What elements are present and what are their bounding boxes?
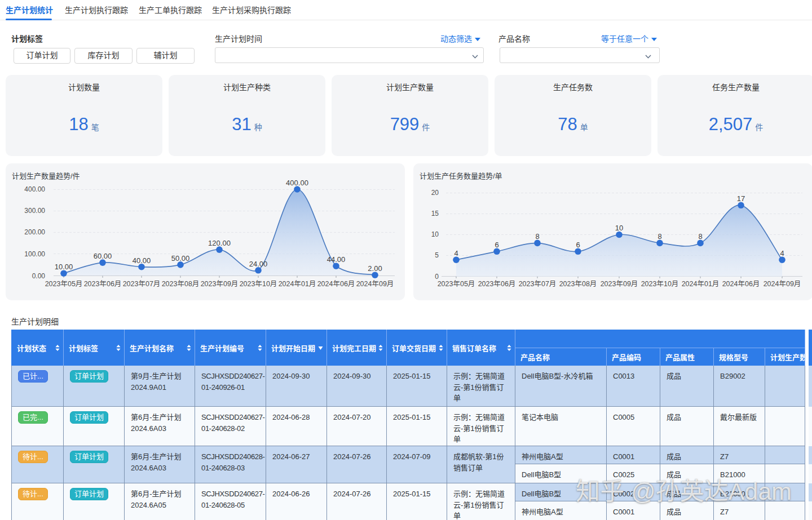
svg-text:200.00: 200.00	[24, 228, 45, 236]
svg-text:60.00: 60.00	[94, 252, 112, 260]
svg-text:2023年08月: 2023年08月	[162, 280, 200, 288]
svg-text:300.00: 300.00	[24, 207, 45, 215]
svg-text:17: 17	[737, 194, 745, 203]
svg-text:10: 10	[431, 230, 439, 238]
svg-text:2023年08月: 2023年08月	[559, 280, 597, 288]
svg-text:2023年06月: 2023年06月	[84, 280, 122, 288]
svg-text:2023年05月: 2023年05月	[438, 280, 475, 288]
svg-text:2024年06月: 2024年06月	[722, 280, 760, 288]
svg-text:20: 20	[431, 189, 439, 197]
svg-text:400.00: 400.00	[24, 185, 45, 193]
svg-text:2024年09月: 2024年09月	[356, 280, 394, 288]
svg-text:2023年07月: 2023年07月	[123, 280, 161, 288]
svg-text:8: 8	[535, 232, 539, 241]
svg-text:24.00: 24.00	[249, 260, 268, 268]
svg-text:2023年06月: 2023年06月	[478, 280, 516, 288]
svg-text:400.00: 400.00	[286, 179, 308, 187]
svg-text:2023年09月: 2023年09月	[601, 280, 638, 288]
svg-text:50.00: 50.00	[171, 254, 190, 263]
svg-text:120.00: 120.00	[208, 239, 231, 247]
svg-text:6: 6	[576, 241, 580, 249]
svg-text:10: 10	[615, 224, 623, 232]
svg-text:0.00: 0.00	[32, 272, 46, 280]
svg-text:10.00: 10.00	[55, 263, 73, 271]
svg-text:2024年09月: 2024年09月	[764, 280, 801, 288]
svg-text:44.00: 44.00	[327, 255, 346, 264]
svg-text:8: 8	[657, 232, 661, 241]
svg-text:15: 15	[431, 210, 439, 217]
svg-text:5: 5	[435, 251, 439, 259]
svg-text:2023年10月: 2023年10月	[240, 280, 277, 288]
svg-text:2023年07月: 2023年07月	[519, 280, 557, 288]
svg-text:4: 4	[780, 249, 784, 257]
svg-text:100.00: 100.00	[24, 250, 45, 258]
svg-text:2024年01月: 2024年01月	[682, 280, 720, 288]
svg-text:2.00: 2.00	[368, 264, 382, 273]
svg-text:2024年06月: 2024年06月	[317, 280, 355, 288]
svg-text:0: 0	[435, 273, 439, 281]
svg-text:4: 4	[454, 249, 458, 257]
svg-text:2024年01月: 2024年01月	[279, 280, 316, 288]
svg-text:8: 8	[698, 232, 702, 241]
svg-text:6: 6	[495, 241, 498, 249]
svg-text:2023年09月: 2023年09月	[201, 280, 239, 288]
svg-text:2023年10月: 2023年10月	[641, 280, 679, 288]
svg-text:2023年05月: 2023年05月	[45, 280, 83, 288]
svg-text:40.00: 40.00	[133, 256, 151, 265]
